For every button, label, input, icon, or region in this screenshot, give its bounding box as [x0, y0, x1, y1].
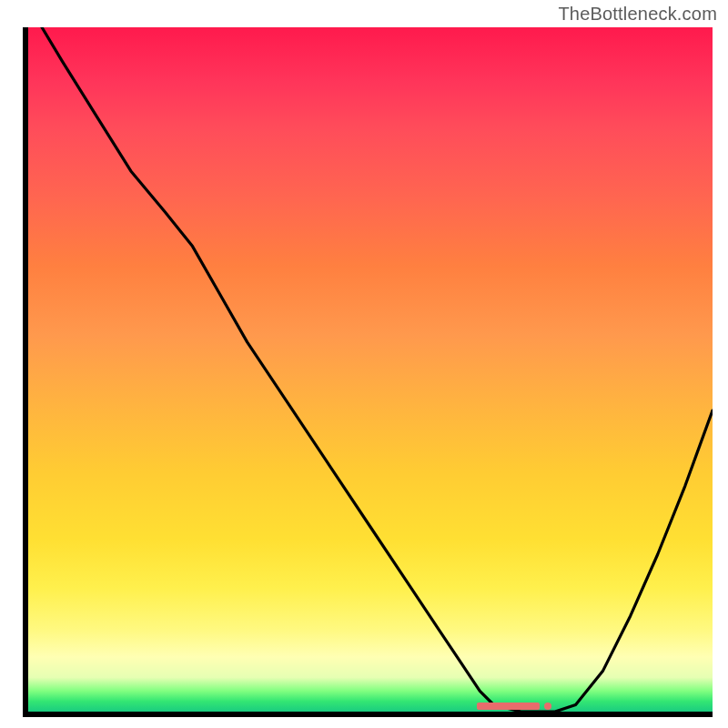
optimal-marker-dot — [544, 703, 551, 710]
watermark-text: TheBottleneck.com — [558, 4, 717, 25]
optimal-marker-bar — [477, 703, 540, 710]
plot-area — [23, 27, 713, 717]
chart-container: TheBottleneck.com — [0, 0, 728, 728]
bottleneck-curve — [28, 27, 713, 712]
